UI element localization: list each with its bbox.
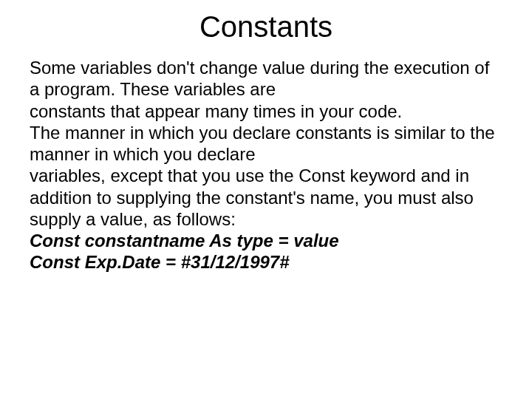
paragraph-4: variables, except that you use the Const… <box>30 165 502 230</box>
code-line-1: Const constantname As type = value <box>30 230 502 251</box>
paragraph-1: Some variables don't change value during… <box>30 57 502 100</box>
slide-title: Constants <box>30 10 502 44</box>
slide: Constants Some variables don't change va… <box>0 0 532 399</box>
paragraph-2: constants that appear many times in your… <box>30 100 502 122</box>
code-line-2: Const Exp.Date = #31/12/1997# <box>30 251 502 273</box>
paragraph-3: The manner in which you declare constant… <box>30 122 502 166</box>
slide-body: Some variables don't change value during… <box>30 57 502 273</box>
